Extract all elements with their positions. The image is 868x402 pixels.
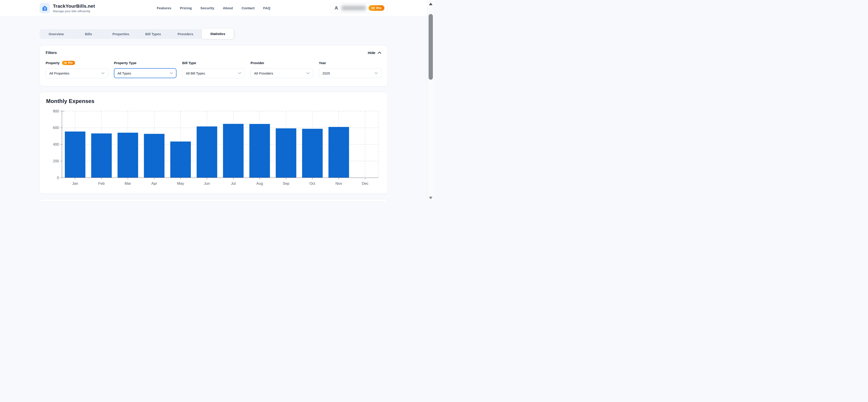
svg-text:Feb: Feb xyxy=(98,181,105,186)
filters-panel: Filters Hide Property xyxy=(39,45,388,86)
filter-field-property-type: Property Type All Types xyxy=(114,60,177,78)
svg-text:Jul: Jul xyxy=(231,181,236,186)
app-logo xyxy=(39,3,50,13)
nav-link-contact[interactable]: Contact xyxy=(242,6,255,10)
svg-text:Oct: Oct xyxy=(309,181,315,186)
svg-text:Apr: Apr xyxy=(151,181,157,186)
chevron-down-icon xyxy=(101,72,105,74)
chevron-down-icon xyxy=(306,72,310,74)
svg-text:Sep: Sep xyxy=(283,181,289,186)
tabs-wrap: Overview Bills Properties Bill Types Pro… xyxy=(39,29,388,39)
main-nav: Features Pricing Security About Contact … xyxy=(157,6,271,10)
user-name-redacted xyxy=(341,6,366,10)
svg-text:Jan: Jan xyxy=(72,181,78,186)
nav-link-about[interactable]: About xyxy=(223,6,233,10)
tab-overview[interactable]: Overview xyxy=(40,30,72,38)
page: TrackYourBills.net Manage your bills eff… xyxy=(0,0,427,201)
vertical-scrollbar[interactable] xyxy=(427,0,434,201)
filter-field-year: Year 2025 xyxy=(319,60,381,78)
nav-link-features[interactable]: Features xyxy=(157,6,172,10)
tab-statistics[interactable]: Statistics xyxy=(202,29,234,39)
pro-badge: Pro xyxy=(369,5,384,11)
filters-title: Filters xyxy=(45,51,57,55)
scrollbar-up-arrow[interactable] xyxy=(429,3,433,5)
property-pro-badge: Pro xyxy=(62,61,75,65)
next-section-card-sliver xyxy=(39,199,388,201)
svg-text:Jun: Jun xyxy=(204,181,210,186)
provider-label: Provider xyxy=(251,61,265,65)
tab-bill-types[interactable]: Bill Types xyxy=(137,30,169,38)
crown-icon xyxy=(372,6,375,9)
user-menu[interactable]: Pro xyxy=(331,3,388,13)
tab-properties[interactable]: Properties xyxy=(105,30,137,38)
nav-link-security[interactable]: Security xyxy=(200,6,214,10)
svg-text:400: 400 xyxy=(53,142,59,146)
app-title: TrackYourBills.net xyxy=(53,3,95,9)
header: TrackYourBills.net Manage your bills eff… xyxy=(0,0,427,16)
scrollbar-down-arrow[interactable] xyxy=(429,197,433,199)
svg-text:600: 600 xyxy=(53,126,59,130)
tab-providers[interactable]: Providers xyxy=(169,30,202,38)
bill-type-select[interactable]: All Bill Types xyxy=(182,68,245,78)
filter-field-bill-type: Bill Type All Bill Types xyxy=(182,60,245,78)
svg-text:0: 0 xyxy=(57,176,59,180)
house-icon xyxy=(41,5,48,11)
property-type-select[interactable]: All Types xyxy=(114,68,177,78)
svg-text:Nov: Nov xyxy=(335,181,342,186)
hide-filters-button[interactable]: Hide xyxy=(368,51,381,55)
provider-select[interactable]: All Providers xyxy=(251,68,313,78)
chevron-down-icon xyxy=(238,72,241,74)
svg-text:May: May xyxy=(177,181,184,186)
year-select[interactable]: 2025 xyxy=(319,68,381,78)
svg-text:200: 200 xyxy=(53,159,59,163)
chevron-up-icon xyxy=(378,52,381,54)
bill-type-label: Bill Type xyxy=(182,61,196,65)
svg-text:800: 800 xyxy=(53,109,59,113)
tab-bills[interactable]: Bills xyxy=(72,30,105,38)
nav-link-pricing[interactable]: Pricing xyxy=(180,6,192,10)
property-type-label: Property Type xyxy=(114,61,136,65)
app-tagline: Manage your bills efficiently xyxy=(53,9,95,13)
user-icon xyxy=(334,6,339,10)
filter-field-provider: Provider All Providers xyxy=(251,60,313,78)
tab-bar: Overview Bills Properties Bill Types Pro… xyxy=(39,29,235,39)
bar-chart-svg: 0200400600800JanFebMarAprMayJunJulAugSep… xyxy=(46,108,381,189)
svg-text:Dec: Dec xyxy=(362,181,368,186)
chevron-down-icon xyxy=(170,72,173,74)
monthly-expenses-chart: 0200400600800JanFebMarAprMayJunJulAugSep… xyxy=(46,108,381,190)
scrollbar-thumb[interactable] xyxy=(429,14,433,80)
year-label: Year xyxy=(319,61,326,65)
svg-text:Mar: Mar xyxy=(125,181,131,186)
chart-title: Monthly Expenses xyxy=(46,98,381,104)
property-select[interactable]: All Properties xyxy=(45,68,108,78)
property-label: Property xyxy=(45,61,60,65)
filter-field-property: Property Pro All Properties xyxy=(45,60,108,78)
monthly-expenses-card: Monthly Expenses 0200400600800JanFebMarA… xyxy=(39,92,388,194)
brand[interactable]: TrackYourBills.net Manage your bills eff… xyxy=(39,3,95,13)
svg-text:Aug: Aug xyxy=(256,181,263,186)
nav-link-faq[interactable]: FAQ xyxy=(263,6,270,10)
chevron-down-icon xyxy=(374,72,378,74)
crown-icon xyxy=(64,62,67,64)
